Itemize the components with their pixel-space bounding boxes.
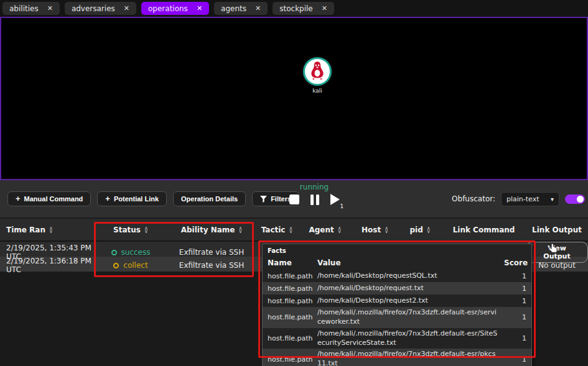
- facts-column-value: Value: [317, 258, 499, 267]
- tab-label: stockpile: [279, 4, 313, 13]
- close-icon[interactable]: ✕: [255, 4, 261, 12]
- fact-row: host.file.path /home/kali/Desktop/reques…: [263, 295, 531, 307]
- view-output-button[interactable]: View Output: [526, 242, 588, 263]
- autonomous-toggle[interactable]: [565, 194, 585, 204]
- sort-icon: ∧∨: [427, 227, 431, 233]
- cell-ability-name: Exfiltrate via SSH: [168, 248, 255, 257]
- fact-score: 1: [504, 272, 526, 280]
- fact-name: host.file.path: [268, 334, 312, 342]
- potential-link-button[interactable]: + Potential Link: [97, 191, 167, 206]
- filter-funnel-icon: [260, 196, 267, 203]
- column-header-host[interactable]: Host ∧∨: [352, 226, 398, 234]
- tab-label: agents: [221, 4, 246, 13]
- fact-score: 1: [504, 285, 526, 293]
- column-header-link-command: Link Command: [442, 226, 526, 234]
- fact-value: /home/kali/.mozilla/firefox/7nx3dzft.def…: [317, 328, 499, 349]
- operation-details-button[interactable]: Operation Details: [173, 191, 246, 206]
- fact-score: 1: [504, 313, 526, 321]
- fact-score: 1: [504, 334, 526, 342]
- fact-row: host.file.path /home/kali/Desktop/reques…: [263, 270, 531, 282]
- plus-icon: +: [16, 196, 21, 202]
- fact-value: /home/kali/.mozilla/firefox/7nx3dzft.def…: [317, 349, 499, 366]
- toggle-knob: [577, 196, 584, 203]
- chevron-down-icon: ▾: [551, 196, 554, 203]
- fact-value: /home/kali/.mozilla/firefox/7nx3dzft.def…: [317, 307, 499, 328]
- agent-node-kali[interactable]: kali: [301, 57, 334, 94]
- column-header-link-output: Link Output: [526, 226, 588, 234]
- agent-node-ring: [303, 57, 332, 86]
- run-count-badge: 1: [340, 203, 344, 209]
- cell-status: success: [93, 248, 168, 257]
- fact-name: host.file.path: [268, 313, 312, 321]
- sort-icon: ∧∨: [289, 227, 292, 233]
- toolbar-buttons: + Manual Command + Potential Link Operat…: [7, 180, 299, 217]
- sort-icon: ∧∨: [238, 227, 242, 233]
- status-success-icon: [111, 250, 117, 255]
- obfuscator-label: Obfuscator:: [452, 194, 495, 203]
- facts-column-name: Name: [268, 258, 312, 267]
- cell-ability-name: Exfiltrate via SSH: [168, 261, 255, 270]
- tab-bar: abilities ✕ adversaries ✕ operations ✕ a…: [0, 0, 588, 17]
- cell-link-output: View Output: [526, 242, 588, 263]
- fact-value: /home/kali/Desktop/request.txt: [317, 283, 499, 295]
- status-collect-icon: [113, 263, 119, 268]
- operation-details-label: Operation Details: [181, 195, 238, 203]
- table-header-row: Time Ran ∧∨ Status ∧∨ Ability Name ∧∨ Ta…: [0, 219, 588, 242]
- plus-icon: +: [105, 196, 110, 202]
- cell-time-ran: 2/19/2025, 1:36:18 PM UTC: [0, 257, 93, 274]
- column-header-time-ran[interactable]: Time Ran ∧∨: [0, 226, 93, 234]
- facts-column-score: Score: [504, 258, 526, 267]
- sort-icon: ∧∨: [338, 227, 342, 233]
- agent-node-label: kali: [301, 88, 334, 94]
- operation-status: running: [271, 183, 358, 191]
- close-icon[interactable]: ✕: [124, 4, 129, 12]
- column-header-tactic[interactable]: Tactic ∧∨: [255, 226, 299, 234]
- tab-operations[interactable]: operations ✕: [141, 2, 209, 15]
- operation-toolbar: + Manual Command + Potential Link Operat…: [0, 180, 588, 217]
- close-icon[interactable]: ✕: [47, 4, 53, 12]
- fact-value: /home/kali/Desktop/requestSQL.txt: [317, 270, 499, 282]
- sort-icon: ∧∨: [49, 227, 53, 233]
- fact-row: host.file.path /home/kali/Desktop/reques…: [263, 282, 531, 295]
- obfuscator-select[interactable]: plain-text ▾: [501, 192, 559, 206]
- fact-value: /home/kali/Desktop/request2.txt: [317, 295, 499, 307]
- close-icon[interactable]: ✕: [322, 4, 327, 12]
- sort-icon: ∧∨: [144, 227, 148, 233]
- operation-graph-canvas: kali: [0, 17, 588, 180]
- column-header-status[interactable]: Status ∧∨: [93, 226, 168, 234]
- cell-link-output: No output: [526, 261, 588, 270]
- fact-row: host.file.path /home/kali/.mozilla/firef…: [263, 328, 531, 349]
- stop-button[interactable]: [289, 194, 299, 204]
- fact-score: 1: [504, 355, 526, 364]
- fact-name: host.file.path: [268, 297, 312, 305]
- operation-transport: running 1: [271, 183, 358, 205]
- obfuscator-value: plain-text: [506, 195, 539, 203]
- facts-title: Facts: [263, 244, 531, 256]
- fact-name: host.file.path: [268, 272, 312, 280]
- tab-adversaries[interactable]: adversaries ✕: [65, 2, 136, 15]
- close-icon[interactable]: ✕: [197, 4, 202, 12]
- facts-popup: Facts Name Value Score host.file.path /h…: [262, 244, 532, 366]
- manual-command-button[interactable]: + Manual Command: [7, 191, 91, 206]
- fact-score: 1: [504, 297, 526, 305]
- tab-label: operations: [148, 4, 188, 13]
- column-header-agent[interactable]: Agent ∧∨: [299, 226, 352, 234]
- tab-stockpile[interactable]: stockpile ✕: [273, 2, 334, 15]
- sort-icon: ∧∨: [385, 227, 388, 233]
- potential-link-label: Potential Link: [114, 195, 159, 203]
- caldera-operations-app: abilities ✕ adversaries ✕ operations ✕ a…: [0, 0, 588, 366]
- facts-header-row: Name Value Score: [263, 256, 531, 270]
- tab-agents[interactable]: agents ✕: [214, 2, 268, 15]
- column-header-pid[interactable]: pid ∧∨: [398, 226, 442, 234]
- fact-name: host.file.path: [268, 285, 312, 293]
- tab-abilities[interactable]: abilities ✕: [2, 2, 60, 15]
- cell-status: collect: [93, 261, 168, 270]
- column-header-ability-name[interactable]: Ability Name ∧∨: [168, 226, 255, 234]
- manual-command-label: Manual Command: [24, 195, 83, 203]
- pause-button[interactable]: [310, 194, 319, 205]
- linux-penguin-icon: [308, 60, 327, 83]
- tab-label: abilities: [9, 4, 39, 13]
- fact-name: host.file.path: [268, 355, 312, 364]
- tab-label: adversaries: [72, 4, 115, 13]
- run-one-link-button[interactable]: 1: [330, 194, 340, 205]
